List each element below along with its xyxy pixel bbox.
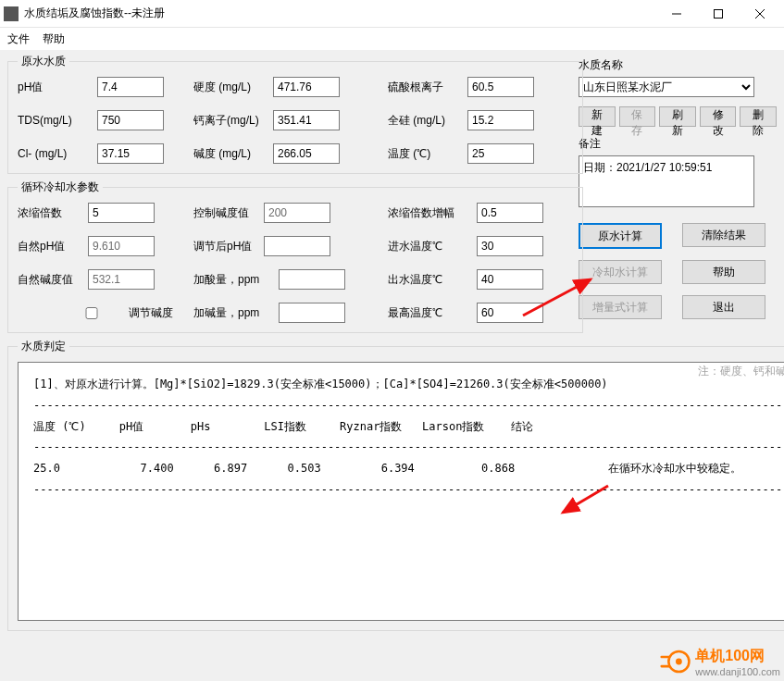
adjph-input	[264, 236, 330, 256]
raw-water-group: 原水水质 pH值 硬度 (mg/L) 硫酸根离子 TDS(mg/L) 钙离子(m…	[7, 54, 583, 174]
tmax-label: 最高温度℃	[388, 305, 471, 321]
result-note: 注：硬度、钙和碱度均以碳酸钙计	[698, 364, 784, 379]
ctrlalk-input	[264, 203, 330, 223]
cycalc-button: 冷却水计算	[579, 260, 662, 284]
help-button[interactable]: 帮助	[682, 260, 765, 284]
adjph-label: 调节后pH值	[193, 239, 258, 254]
app-icon	[4, 6, 19, 21]
adjalk-checkbox-wrap[interactable]: 调节碱度	[58, 305, 173, 321]
tout-input[interactable]	[477, 269, 543, 290]
menubar: 文件 帮助	[0, 28, 784, 50]
hard-input[interactable]	[273, 77, 340, 97]
raw-legend: 原水水质	[18, 54, 69, 69]
name-label: 水质名称	[579, 57, 777, 73]
save-button: 保存	[619, 106, 656, 127]
titlebar: 水质结垢及腐蚀指数--未注册	[0, 0, 784, 28]
svg-rect-1	[714, 9, 722, 18]
window-buttons	[655, 0, 780, 28]
natalk-input	[88, 269, 155, 290]
new-button[interactable]: 新建	[579, 106, 616, 127]
watermark: 单机100网 www.danji100.com	[660, 646, 780, 677]
adjalk-checkbox[interactable]	[58, 307, 125, 319]
watermark-logo-icon	[660, 646, 691, 677]
tmax-input[interactable]	[477, 303, 543, 323]
exit-button[interactable]: 退出	[682, 295, 765, 319]
concstep-label: 浓缩倍数增幅	[388, 205, 471, 221]
note-textarea[interactable]: 日期：2021/1/27 10:59:51	[579, 155, 754, 207]
ph-label: pH值	[18, 80, 92, 95]
addalk-input	[279, 303, 345, 323]
rawcalc-button[interactable]: 原水计算	[579, 223, 662, 249]
so4-input[interactable]	[467, 77, 534, 97]
tin-label: 进水温度℃	[388, 239, 471, 254]
tin-input[interactable]	[477, 236, 543, 256]
modify-button[interactable]: 修改	[700, 106, 737, 127]
watermark-url: www.danji100.com	[695, 666, 780, 677]
result-group: 水质判定 注：硬度、钙和碱度均以碳酸钙计 [1]、对原水进行计算。[Mg]*[S…	[7, 339, 784, 631]
temp-input[interactable]	[467, 143, 534, 164]
adjalk-label: 调节碱度	[129, 305, 173, 321]
inccalc-button: 增量式计算	[579, 295, 662, 319]
natph-input	[88, 236, 155, 256]
clear-button[interactable]: 清除结果	[682, 223, 765, 247]
svg-point-7	[676, 659, 682, 665]
result-legend: 水质判定	[18, 339, 69, 354]
hard-label: 硬度 (mg/L)	[193, 80, 268, 95]
refresh-button[interactable]: 刷新	[659, 106, 696, 127]
cycle-water-group: 循环冷却水参数 浓缩倍数 控制碱度值 浓缩倍数增幅 自然pH值 调节后pH值 进…	[7, 180, 583, 333]
temp-label: 温度 (℃)	[388, 146, 462, 162]
cycle-legend: 循环冷却水参数	[18, 180, 103, 195]
cl-input[interactable]	[97, 143, 164, 164]
si-label: 全硅 (mg/L)	[388, 113, 462, 129]
delete-button[interactable]: 删除	[740, 106, 777, 127]
tds-input[interactable]	[97, 110, 164, 130]
addalk-label: 加碱量，ppm	[193, 305, 273, 321]
conc-label: 浓缩倍数	[18, 205, 82, 221]
alk-label: 碱度 (mg/L)	[193, 146, 268, 162]
concstep-input[interactable]	[477, 203, 543, 223]
window-title: 水质结垢及腐蚀指数--未注册	[24, 6, 655, 21]
tds-label: TDS(mg/L)	[18, 114, 92, 127]
close-button[interactable]	[739, 0, 780, 28]
natalk-label: 自然碱度值	[18, 272, 82, 288]
ca-input[interactable]	[273, 110, 340, 130]
menu-file[interactable]: 文件	[7, 31, 30, 47]
alk-input[interactable]	[273, 143, 340, 164]
ctrlalk-label: 控制碱度值	[193, 205, 258, 221]
name-select[interactable]: 山东日照某水泥厂	[579, 77, 754, 97]
so4-label: 硫酸根离子	[388, 80, 462, 95]
conc-input[interactable]	[88, 203, 155, 223]
natph-label: 自然pH值	[18, 239, 82, 254]
watermark-name: 单机100网	[695, 647, 780, 666]
result-textbox[interactable]: [1]、对原水进行计算。[Mg]*[SiO2]=1829.3(安全标准<1500…	[18, 362, 784, 621]
ph-input[interactable]	[97, 77, 164, 97]
minimize-button[interactable]	[655, 0, 697, 28]
acid-label: 加酸量，ppm	[193, 272, 273, 288]
acid-input	[279, 269, 345, 290]
menu-help[interactable]: 帮助	[43, 31, 65, 47]
cl-label: Cl- (mg/L)	[18, 147, 92, 160]
ca-label: 钙离子(mg/L)	[193, 113, 268, 129]
svg-point-6	[669, 651, 690, 672]
si-input[interactable]	[467, 110, 534, 130]
maximize-button[interactable]	[697, 0, 739, 28]
tout-label: 出水温度℃	[388, 272, 471, 288]
